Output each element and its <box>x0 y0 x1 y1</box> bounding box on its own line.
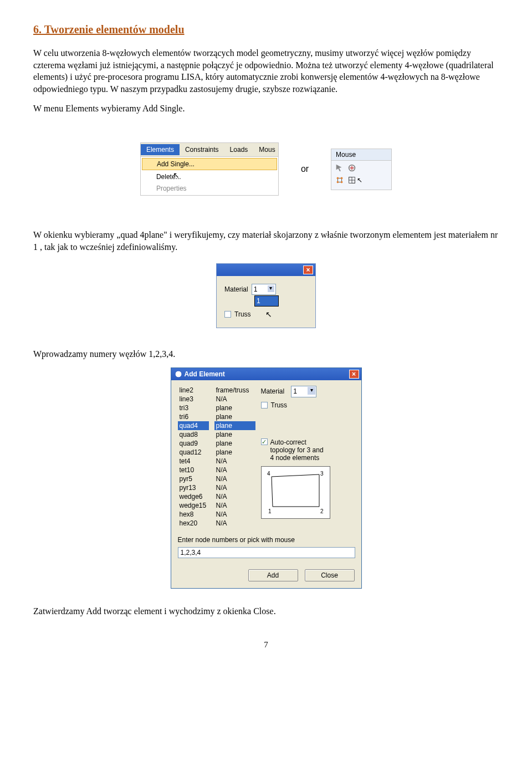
menubar-item-mouse-trunc[interactable]: Mous <box>253 144 280 155</box>
svg-rect-7 <box>349 177 352 180</box>
add-element-icon[interactable] <box>347 175 357 185</box>
element-type-name[interactable]: line3 <box>178 395 209 404</box>
paragraph-1: W celu utworzenia 8-węzłowych elementów … <box>33 47 499 95</box>
menubar-mouse[interactable]: Mouse <box>331 149 391 161</box>
tool-icon[interactable] <box>335 163 345 173</box>
element-type-kind[interactable]: N/A <box>214 457 255 466</box>
element-type-name[interactable]: quad8 <box>178 430 209 439</box>
dialog-title: Add Element <box>185 370 225 379</box>
close-icon[interactable]: × <box>349 370 359 379</box>
autocorrect-checkbox[interactable]: ✓ <box>261 438 268 445</box>
menubar: Elements Constraints Loads Mous <box>141 143 278 157</box>
submenu-item-delete[interactable]: Delete... ↖ <box>142 170 277 183</box>
submenu-item-add-single[interactable]: Add Single... <box>142 158 277 170</box>
nodes-input-label: Enter node numbers or pick with mouse <box>178 535 355 544</box>
chevron-down-icon: ▾ <box>268 285 274 292</box>
autocorrect-label: Auto-correct topology for 3 and 4 node e… <box>270 438 324 462</box>
close-icon[interactable]: × <box>303 265 313 274</box>
svg-rect-8 <box>352 180 355 183</box>
element-type-kind[interactable]: plane <box>214 448 255 457</box>
titlebar: Add Element × <box>171 368 361 380</box>
add-node-icon[interactable] <box>335 175 345 185</box>
submenu: Add Single... Delete... ↖ Properties <box>141 157 278 195</box>
close-button[interactable]: Close <box>305 569 355 581</box>
element-type-kind[interactable]: N/A <box>214 466 255 474</box>
nodes-input[interactable] <box>178 547 355 558</box>
menubar-item-loads[interactable]: Loads <box>224 144 254 155</box>
svg-point-9 <box>175 371 182 377</box>
cursor-icon: ↖ <box>265 309 272 320</box>
element-type-name[interactable]: pyr5 <box>178 474 209 483</box>
element-type-name[interactable]: quad12 <box>178 448 209 457</box>
menubar-item-constraints[interactable]: Constraints <box>180 144 224 155</box>
or-label: or <box>301 163 309 175</box>
add-element-figure: Add Element × line2line3tri3tri6quad4qua… <box>33 367 499 588</box>
material-figure: × Material 1 ▾ 1 Truss ↖ <box>33 263 499 328</box>
element-type-kind[interactable]: plane <box>214 404 255 412</box>
svg-point-2 <box>337 177 339 179</box>
element-type-name[interactable]: tet4 <box>178 457 209 466</box>
element-type-name[interactable]: tet10 <box>178 466 209 474</box>
element-type-kind[interactable]: plane <box>214 412 255 421</box>
material-dropdown[interactable]: 1 ▾ <box>252 284 276 295</box>
truss-label: Truss <box>271 401 288 410</box>
autocorrect-option[interactable]: ✓ Auto-correct topology for 3 and 4 node… <box>261 438 356 462</box>
svg-point-3 <box>341 177 343 179</box>
element-type-name[interactable]: wedge6 <box>178 492 209 501</box>
element-type-kind[interactable]: plane <box>214 430 255 439</box>
preview-node-3: 3 <box>320 471 324 477</box>
svg-point-5 <box>341 181 343 183</box>
truss-checkbox[interactable] <box>261 402 268 409</box>
element-type-name[interactable]: tri3 <box>178 404 209 412</box>
element-type-col-kind: frame/trussN/Aplaneplaneplaneplaneplanep… <box>214 386 255 528</box>
element-type-name[interactable]: quad4 <box>178 421 209 430</box>
toolbar-row-1 <box>331 161 391 173</box>
element-type-col-name: line2line3tri3tri6quad4quad8quad9quad12t… <box>178 386 209 528</box>
submenu-item-properties[interactable]: Properties <box>142 183 277 194</box>
menubar-item-elements[interactable]: Elements <box>141 144 180 155</box>
cursor-icon: ↖ <box>357 176 362 185</box>
mouse-toolbar-screenshot: Mouse ↖ <box>331 149 392 190</box>
titlebar: × <box>217 264 315 276</box>
element-type-kind[interactable]: N/A <box>214 395 255 404</box>
material-dropdown[interactable]: 1 ▾ <box>291 386 316 397</box>
submenu-item-label: Delete... <box>156 173 181 181</box>
paragraph-2: W menu Elements wybieramy Add Single. <box>33 103 499 115</box>
truss-checkbox[interactable] <box>224 311 231 318</box>
add-element-dialog: Add Element × line2line3tri3tri6quad4qua… <box>171 367 362 588</box>
truss-label: Truss <box>234 310 251 319</box>
element-type-kind[interactable]: N/A <box>214 483 255 492</box>
material-label: Material <box>261 387 285 396</box>
element-type-name[interactable]: line2 <box>178 386 209 395</box>
preview-node-4: 4 <box>267 471 270 477</box>
add-button[interactable]: Add <box>248 569 298 581</box>
element-type-name[interactable]: hex8 <box>178 510 209 519</box>
element-type-name[interactable]: wedge15 <box>178 501 209 510</box>
paragraph-4: Wprowadzamy numery węzłów 1,2,3,4. <box>33 348 499 360</box>
element-type-kind[interactable]: frame/truss <box>214 386 255 395</box>
element-type-name[interactable]: hex20 <box>178 519 209 528</box>
element-type-kind[interactable]: plane <box>214 439 255 448</box>
element-type-kind[interactable]: N/A <box>214 492 255 501</box>
tool-icon[interactable] <box>347 163 357 173</box>
app-icon <box>175 370 182 378</box>
elements-menu-screenshot: Elements Constraints Loads Mous Add Sing… <box>140 142 279 196</box>
svg-point-4 <box>337 181 339 183</box>
element-type-name[interactable]: pyr13 <box>178 483 209 492</box>
material-dialog-snippet: × Material 1 ▾ 1 Truss ↖ <box>216 263 316 328</box>
menu-figure-row: Elements Constraints Loads Mous Add Sing… <box>33 142 499 196</box>
element-type-name[interactable]: tri6 <box>178 412 209 421</box>
element-preview: 4 3 1 2 <box>261 466 330 519</box>
element-type-kind[interactable]: N/A <box>214 474 255 483</box>
page-number: 7 <box>33 639 499 650</box>
element-type-kind[interactable]: plane <box>214 421 255 430</box>
paragraph-3: W okienku wybieramy „quad 4plane" i wery… <box>33 229 499 253</box>
preview-node-1: 1 <box>268 508 272 514</box>
element-type-name[interactable]: quad9 <box>178 439 209 448</box>
element-type-kind[interactable]: N/A <box>214 501 255 510</box>
paragraph-5: Zatwierdzamy Add tworząc element i wycho… <box>33 605 499 617</box>
dropdown-option[interactable]: 1 <box>254 295 279 307</box>
element-type-kind[interactable]: N/A <box>214 510 255 519</box>
element-type-kind[interactable]: N/A <box>214 519 255 528</box>
svg-marker-10 <box>272 474 319 507</box>
